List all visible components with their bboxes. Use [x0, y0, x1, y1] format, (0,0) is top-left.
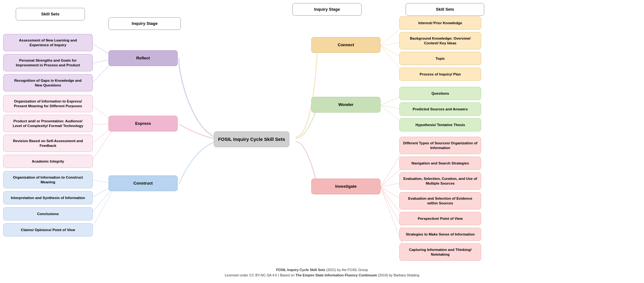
- skill-academic-integrity: Academic Integrity: [3, 155, 93, 168]
- skill-strategies-make-sense: Strategies to Make Sense of Information: [399, 228, 481, 241]
- skill-predicted-sources: Predicted Sources and Answers: [399, 103, 481, 116]
- skill-product-presentation: Product and/ or Presentation: Audience/L…: [3, 115, 93, 132]
- mind-map: FOSIL Inquiry Cycle Skill Sets Skill Set…: [0, 0, 644, 283]
- skill-different-types-sources: Different Types of Sources/ Organization…: [399, 137, 481, 154]
- left-skill-sets-label: Skill Sets: [41, 12, 59, 17]
- reflect-label: Reflect: [136, 56, 150, 61]
- skill-evaluation-selection-curation: Evaluation, Selection, Curation, and Use…: [399, 172, 481, 190]
- left-skill-sets-header: Skill Sets: [16, 8, 85, 20]
- construct-label: Construct: [133, 181, 153, 186]
- skill-navigation-search: Navigation and Search Strategies: [399, 157, 481, 170]
- stage-investigate: Investigate: [311, 179, 380, 194]
- center-node: FOSIL Inquiry Cycle Skill Sets: [214, 131, 289, 147]
- skill-recognition-gaps: Recognition of Gaps in Knowledge andNew …: [3, 74, 93, 92]
- left-inquiry-stage-label: Inquiry Stage: [132, 21, 158, 26]
- stage-connect: Connect: [311, 37, 380, 53]
- skill-hypothesis: Hypothesis/ Tentative Thesis: [399, 118, 481, 131]
- right-skill-sets-label: Skill Sets: [436, 7, 454, 12]
- skill-claims-opinions: Claims/ Opinions/ Point of View: [3, 223, 93, 236]
- footer-title-bold: FOSIL Inquiry Cycle Skill Sets: [276, 268, 325, 272]
- stage-reflect: Reflect: [108, 50, 178, 66]
- skill-revision-feedback: Revision Based on Self-Assessment andFee…: [3, 135, 93, 152]
- footer-title-normal: (2021) by the FOSIL Group: [325, 268, 368, 272]
- skill-perspective-point-of-view: Perspective/ Point of View: [399, 212, 481, 225]
- skill-personal-strengths: Personal Strengths and Goals forImprovem…: [3, 54, 93, 71]
- footer-line2: Licensed under CC BY-NC-SA 4.0 | Based o…: [225, 273, 419, 277]
- skill-questions: Questions: [399, 87, 481, 100]
- right-inquiry-stage-header: Inquiry Stage: [292, 3, 362, 16]
- wonder-label: Wonder: [338, 102, 353, 108]
- skill-topic: Topic: [399, 52, 481, 65]
- skill-organization-construct: Organization of Information to Construct…: [3, 171, 93, 188]
- footer: FOSIL Inquiry Cycle Skill Sets (2021) by…: [225, 267, 419, 278]
- skill-organization-express: Organization of Information to Express/P…: [3, 95, 93, 112]
- footer-line1: FOSIL Inquiry Cycle Skill Sets (2021) by…: [276, 268, 368, 272]
- skill-background-knowledge: Background Knowledge: Overview/Context/ …: [399, 32, 481, 49]
- footer-empire-bold: The Empire State Information Fluency Con…: [296, 273, 377, 277]
- express-label: Express: [135, 121, 151, 126]
- skill-capturing-information: Capturing Information and Thinking/Notet…: [399, 243, 481, 261]
- investigate-label: Investigate: [335, 184, 357, 189]
- right-inquiry-stage-label: Inquiry Stage: [314, 7, 340, 12]
- skill-interpretation-synthesis: Interpretation and Synthesis of Informat…: [3, 191, 93, 204]
- left-inquiry-stage-header: Inquiry Stage: [108, 17, 181, 30]
- skill-assessment-new-learning: Assessment of New Learning andExperience…: [3, 34, 93, 51]
- right-skill-sets-header: Skill Sets: [406, 3, 484, 16]
- skill-evaluation-selection-evidence: Evaluation and Selection of Evidencewith…: [399, 192, 481, 209]
- connect-label: Connect: [338, 42, 354, 48]
- skill-interest-prior-knowledge: Interest/ Prior Knowledge: [399, 16, 481, 30]
- skill-process-inquiry-plan: Process of Inquiry/ Plan: [399, 68, 481, 81]
- stage-express: Express: [108, 116, 178, 131]
- skill-conclusions: Conclusions: [3, 207, 93, 220]
- stage-construct: Construct: [108, 175, 178, 191]
- stage-wonder: Wonder: [311, 97, 380, 113]
- center-label: FOSIL Inquiry Cycle Skill Sets: [218, 136, 285, 142]
